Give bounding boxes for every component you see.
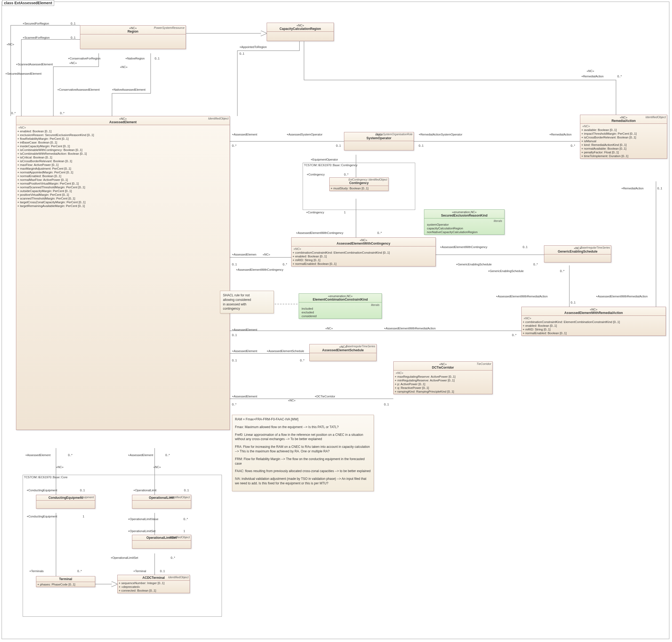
lbl: +AssessedElement [128,453,153,457]
attr: q: ReactivePower [0..1] [395,386,491,390]
lbl: +Contingency [307,173,325,176]
lbl: +AssessedElement [232,349,257,352]
enum-ElementCombinationConstraintKind: «enumeration,NC» ElementCombinationConst… [299,293,382,319]
class-OperationalLimit: IdentifiedObject OperationalLimit [132,495,191,509]
attr: capacityCalculationRegion [425,227,503,230]
lbl: +Contingency [306,211,324,214]
attr: sequenceNumber: Integer [0..1] [119,581,189,585]
class-CapacityCalculationRegion: «NC» CapacityCalculationRegion [267,23,334,41]
lbl: 0..* [512,333,517,337]
lbl: +NativeAssessedElement [112,88,146,91]
lbl: +OperationalLimitValue [128,517,158,521]
lbl: +ConductingEquipment [27,515,57,518]
lbl: +ConservativeForRegion [68,57,101,60]
attr: normalMaxFlow: ActivePower [0..1] [17,178,229,182]
lbl: «NC» [288,399,296,402]
lbl: +AssessedElement [232,328,257,331]
attr: normalEnabled: Boolean [0..1] [293,262,435,266]
class-ConductingEquipment: Equipment ConductingEquipment [36,495,95,509]
attr: combinationConstraintKind: ElementCombin… [523,320,664,324]
class-GenericEnablingSchedule: BaseIrregularTimeSeries «NC» GenericEnab… [544,245,611,262]
lbl: «NC» [263,253,270,256]
attr: mRID: String [0..1] [523,328,664,331]
lbl: +AssessedElementWithContingency [440,245,488,248]
lbl: +AssessedElement [232,133,257,136]
class-Contingency: ExtContingency::IdentifiedObject Conting… [329,177,389,191]
class-AssessedElementWithRemedialAction: «NC» AssessedElementWithRemedialAction «… [521,307,666,336]
attr: systemOperator [425,223,503,227]
lbl: +AssessedElemen [232,253,256,256]
lbl: 1 [344,211,346,214]
attr: maxMarginAdjustment: PerCent [0..1] [17,167,229,170]
lbl: 0..* [232,144,236,147]
class-Region: PowerSystemResource «NC» Region [80,25,186,49]
attr: kind: RemedialActionKind [0..1] [581,143,666,147]
diagram-title: class ExtAssessedElement [2,0,54,6]
attr: normalPositiveVirtualMargin: PerCent [0.… [17,182,229,185]
attr: normalEnabled: Boolean [0..1] [17,174,229,178]
lbl: 0..* [165,453,170,457]
lbl: 0..1 [160,569,165,573]
attr: normalAppointedMargin: PerCent [0..1] [17,170,229,174]
attr: timeToImplement: Duration [0..1] [581,154,666,158]
lbl: 0..1 [184,489,189,492]
attr: outsideCapacityMargin: PerCent [0..1] [17,189,229,193]
lbl: «NC» [325,327,333,330]
class-Terminal: Terminal phases: PhaseCode [0..1] [36,576,95,587]
attr: isCombinableWithContingency: Boolean [0.… [17,148,229,152]
lbl: +OperationalLimitSet [128,529,155,532]
attr: isCritical: Boolean [0..1] [17,155,229,159]
lbl: 0..* [617,75,622,78]
lbl: «NC» [7,43,14,46]
attr: isManual [581,139,666,143]
lbl: +ScannedForRegion [23,36,50,39]
note-shacl: SHACL rule for notallowing consideredin … [220,291,274,313]
lbl: 0..* [560,269,565,273]
class-AssessedElementSchedule: BaseIrregularTimeSeries «NC» AssessedEle… [309,344,376,361]
lbl: 0..* [533,263,538,266]
lbl: +AssessedSystemOperator [287,133,322,136]
attr: included [300,307,380,310]
attr: flowReliabilityMargin: PerCent [0..1] [17,137,229,141]
attr: inBaseCase: Boolean [0..1] [17,141,229,144]
attr: normalAvailable: Boolean [0..1] [581,147,666,151]
lbl: +SecuredAssessedElement [5,72,41,75]
lbl: 0..1 [232,263,237,266]
lbl: 0..* [77,569,82,573]
attr: enabled: Boolean [0..1] [523,324,664,328]
attr: nonNativeCapacityCalculationRegion [425,230,503,234]
class-AssessedElementWithContingency: «NC» AssessedElementWithContingency «NC»… [291,237,436,267]
lbl: +DCTieCorridor [315,395,335,398]
attr: impactThresholdMargin: PerCent [0..1] [581,132,666,136]
lbl: +RemedialAction [581,75,604,78]
attr: isCrossBorderRelevant: Boolean [0..1] [581,136,666,139]
attr: isCrossBorderRelevant: Boolean [0..1] [17,159,229,163]
attr: p: ActivePower [0..1] [395,382,491,386]
lbl: +OperationalLimit [133,489,156,492]
attr: normalScannedThresholdMargin: PerCent [0… [17,185,229,189]
attr: «deprecated» [119,585,189,589]
lbl: 0..* [183,517,188,521]
lbl: 0..1 [232,333,237,337]
attr: normalEnabled: Boolean [0..1] [523,331,664,335]
lbl: 0..* [571,144,575,147]
attr: maxRegulatingReserve: ActivePower [0..1] [395,375,491,378]
attr: positiveVirtualMargin: PerCent [0..1] [17,193,229,196]
attr: enabled: Boolean [0..1] [293,255,435,258]
lbl: 0..* [60,112,65,115]
attr: isCombinableWithRemedialAction: Boolean … [17,152,229,155]
lbl: +SecuredForRegion [23,22,49,25]
lbl: «NC» [120,65,128,68]
lbl: 0..1 [657,187,662,190]
lbl: 0..1 [384,403,389,406]
attr: enabled: Boolean [0..1] [17,129,229,133]
enum-SecuredExclusionReasonKind: «enumeration,NC» SecuredExclusionReasonK… [424,209,505,235]
class-ACDCTerminal: IdentifiedObject ACDCTerminal sequenceNu… [117,575,190,593]
lbl: +Terminals [29,569,44,573]
lbl: +AppointedToRegion [240,45,267,49]
lbl: +AssessedElementWithContingency [296,231,344,234]
class-AssessedElement: IdentifiedObject «NC» AssessedElement «N… [16,116,230,430]
lbl: «NC» [69,61,77,65]
class-RemedialAction: IdentifiedObject «NC» RemedialAction «NC… [580,115,667,159]
lbl: 0..1 [336,144,341,147]
